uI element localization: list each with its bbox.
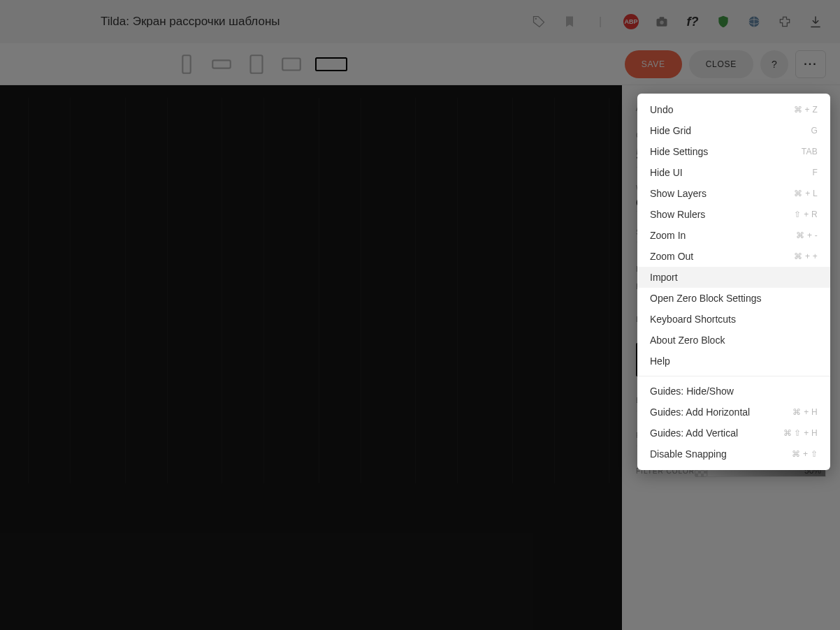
menu-hide-grid[interactable]: Hide GridG — [637, 120, 830, 141]
menu-show-rulers[interactable]: Show Rulers⇧ + R — [637, 204, 830, 225]
menu-guides-hide-show[interactable]: Guides: Hide/Show — [637, 381, 830, 402]
menu-hide-settings[interactable]: Hide SettingsTAB — [637, 141, 830, 162]
menu-import[interactable]: Import — [637, 267, 830, 288]
menu-open-zero-block-settings[interactable]: Open Zero Block Settings — [637, 288, 830, 309]
menu-keyboard-shortcuts[interactable]: Keyboard Shortcuts — [637, 309, 830, 330]
menu-zoom-out[interactable]: Zoom Out⌘ + + — [637, 246, 830, 267]
menu-disable-snapping[interactable]: Disable Snapping⌘ + ⇧ — [637, 444, 830, 464]
menu-show-layers[interactable]: Show Layers⌘ + L — [637, 183, 830, 204]
menu-hide-ui[interactable]: Hide UIF — [637, 162, 830, 183]
menu-zoom-in[interactable]: Zoom In⌘ + - — [637, 225, 830, 246]
more-menu-popover: Undo⌘ + Z Hide GridG Hide SettingsTAB Hi… — [637, 94, 830, 470]
menu-undo[interactable]: Undo⌘ + Z — [637, 99, 830, 120]
menu-guides-add-horizontal[interactable]: Guides: Add Horizontal⌘ + H — [637, 402, 830, 423]
menu-about-zero-block[interactable]: About Zero Block — [637, 330, 830, 351]
menu-separator — [637, 376, 830, 376]
menu-guides-add-vertical[interactable]: Guides: Add Vertical⌘ ⇧ + H — [637, 423, 830, 444]
menu-help[interactable]: Help — [637, 351, 830, 372]
